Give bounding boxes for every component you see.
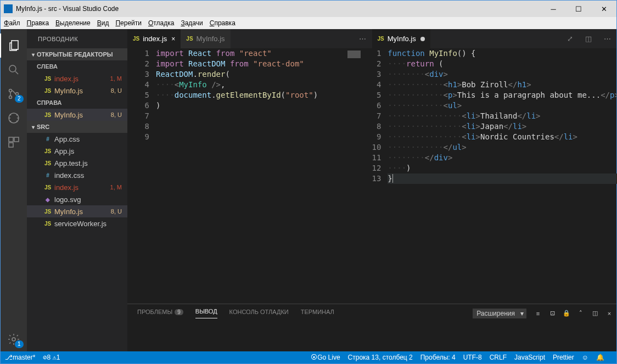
problems-count: 9 [175,309,183,315]
svg-rect-7 [14,137,19,142]
titlebar: MyInfo.js - src - Visual Studio Code ─ ☐… [1,1,616,17]
editor-left: JSindex.js× JSMyInfo.js ⋯ 123456789impor… [127,29,372,304]
code-left[interactable]: import React from "react"import ReactDOM… [156,48,345,304]
output-source-dropdown[interactable]: Расширения [473,309,526,318]
svg-rect-8 [9,143,13,147]
eol[interactable]: CRLF [490,354,507,361]
debug-icon[interactable] [1,106,27,130]
explorer-title: ПРОВОДНИК [27,29,127,48]
tab-terminal[interactable]: ТЕРМИНАЛ [301,309,334,318]
gear-badge: 1 [15,340,24,348]
language-mode[interactable]: JavaScript [514,354,545,361]
close-window-button[interactable]: ✕ [591,1,616,17]
diff-icon[interactable]: ⤢ [560,29,579,48]
menu-перейти[interactable]: Перейти [115,19,142,27]
svg-point-2 [9,89,12,92]
menu-правка[interactable]: Правка [27,19,49,27]
maximize-button[interactable]: ☐ [566,1,591,17]
tab-myinfo-js-right[interactable]: JSMyInfo.js [372,29,430,48]
close-panel-icon[interactable]: × [602,310,616,317]
menubar: ФайлПравкаВыделениеВидПерейтиОтладкаЗада… [1,17,616,29]
status-bar: ⎇ master* ⊘ 8 ⚠ 1 ⦿ Go Live Строка 13, с… [1,351,616,363]
cursor-position[interactable]: Строка 13, столбец 2 [348,354,413,361]
go-live[interactable]: ⦿ Go Live [311,354,340,361]
svg-point-9 [12,338,15,341]
menu-отладка[interactable]: Отладка [148,19,174,27]
encoding[interactable]: UTF-8 [463,354,482,361]
prettier-status[interactable]: Prettier [553,354,574,361]
tab-index-js[interactable]: JSindex.js× [127,29,181,48]
file-App.css[interactable]: #App.css [27,133,127,145]
feedback-icon[interactable]: ☺ [582,354,588,361]
minimap-left[interactable] [345,48,372,304]
tabs-left: JSindex.js× JSMyInfo.js ⋯ [127,29,372,48]
group-right[interactable]: СПРАВА [27,97,127,109]
scm-badge: 2 [15,95,24,103]
git-branch[interactable]: ⎇ master* [5,354,35,361]
extensions-icon[interactable] [1,130,27,154]
tab-debug-console[interactable]: КОНСОЛЬ ОТЛАДКИ [229,309,289,318]
menu-выделение[interactable]: Выделение [55,19,91,27]
bell-icon[interactable]: 🔔 [596,354,604,361]
file-index.js[interactable]: JSindex.js1, M [27,72,127,85]
file-logo.svg[interactable]: ◆logo.svg [27,193,127,205]
indentation[interactable]: Пробелы: 4 [420,354,456,361]
svg-rect-0 [12,41,18,49]
activity-bar: 2 1 [1,29,27,351]
file-serviceWorker.js[interactable]: JSserviceWorker.js [27,217,127,229]
maximize-panel-icon[interactable]: ◫ [588,310,602,317]
file-App.js[interactable]: JSApp.js [27,145,127,157]
sidebar: ПРОВОДНИК ▾ОТКРЫТЫЕ РЕДАКТОРЫ СЛЕВА JSin… [27,29,127,351]
tab-output[interactable]: ВЫВОД [195,308,217,318]
tabs-right: JSMyInfo.js ⤢ ◫ ⋯ [372,29,617,48]
tab-myinfo-js-left[interactable]: JSMyInfo.js [181,29,230,48]
file-index.js[interactable]: JSindex.js1, M [27,181,127,193]
svg-point-1 [9,65,16,72]
menu-справка[interactable]: Справка [210,19,235,27]
file-MyInfo.js[interactable]: JSMyInfo.js8, U [27,109,127,121]
svg-point-3 [9,96,12,99]
code-right[interactable]: function MyInfo() {····return (········<… [388,48,617,304]
close-icon[interactable]: × [171,35,175,43]
lock-scroll-icon[interactable]: 🔒 [559,310,574,317]
svg-rect-6 [9,137,13,142]
tab-problems[interactable]: ПРОБЛЕМЫ9 [137,309,183,318]
modified-indicator-icon [420,37,425,41]
open-log-icon[interactable]: ⊡ [545,310,559,317]
search-icon[interactable] [1,58,27,82]
editor-right: JSMyInfo.js ⤢ ◫ ⋯ 12345678910111213funct… [372,29,617,304]
window-title: MyInfo.js - src - Visual Studio Code [16,5,541,13]
file-MyInfo.js[interactable]: JSMyInfo.js8, U [27,205,127,217]
bottom-panel: ПРОБЛЕМЫ9 ВЫВОД КОНСОЛЬ ОТЛАДКИ ТЕРМИНАЛ… [127,304,616,351]
chevron-up-icon[interactable]: ˄ [574,310,588,317]
file-App.test.js[interactable]: JSApp.test.js [27,157,127,169]
explorer-icon[interactable] [0,33,27,58]
more-icon[interactable]: ⋯ [354,29,372,48]
vscode-logo-icon [4,4,13,13]
clear-output-icon[interactable]: ≡ [531,310,545,317]
menu-файл[interactable]: Файл [4,19,20,27]
menu-задачи[interactable]: Задачи [181,19,203,27]
open-editors-header[interactable]: ▾ОТКРЫТЫЕ РЕДАКТОРЫ [27,48,127,60]
minimize-button[interactable]: ─ [541,1,566,17]
error-count[interactable]: ⊘ 8 ⚠ 1 [43,354,60,361]
menu-вид[interactable]: Вид [97,19,109,27]
src-header[interactable]: ▾SRC [27,121,127,133]
gear-icon[interactable]: 1 [1,327,27,351]
group-left[interactable]: СЛЕВА [27,60,127,72]
file-index.css[interactable]: #index.css [27,169,127,181]
file-MyInfo.js[interactable]: JSMyInfo.js8, U [27,85,127,97]
more-icon[interactable]: ⋯ [598,29,616,48]
split-icon[interactable]: ◫ [579,29,598,48]
scm-icon[interactable]: 2 [1,82,27,106]
